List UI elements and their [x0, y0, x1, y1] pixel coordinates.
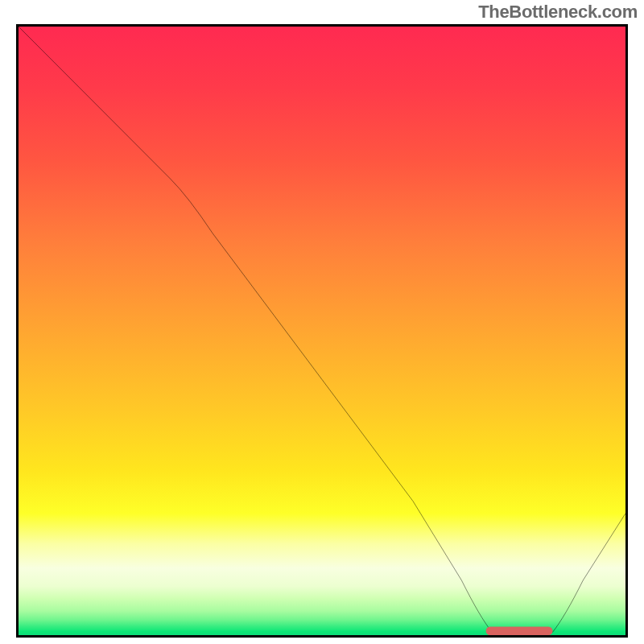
optimum-marker: [486, 626, 553, 635]
chart-container: TheBottleneck.com: [0, 0, 644, 644]
plot-area: [16, 24, 628, 638]
curve-overlay: [19, 27, 625, 635]
watermark-text: TheBottleneck.com: [478, 2, 638, 23]
curve-path: [19, 27, 625, 632]
